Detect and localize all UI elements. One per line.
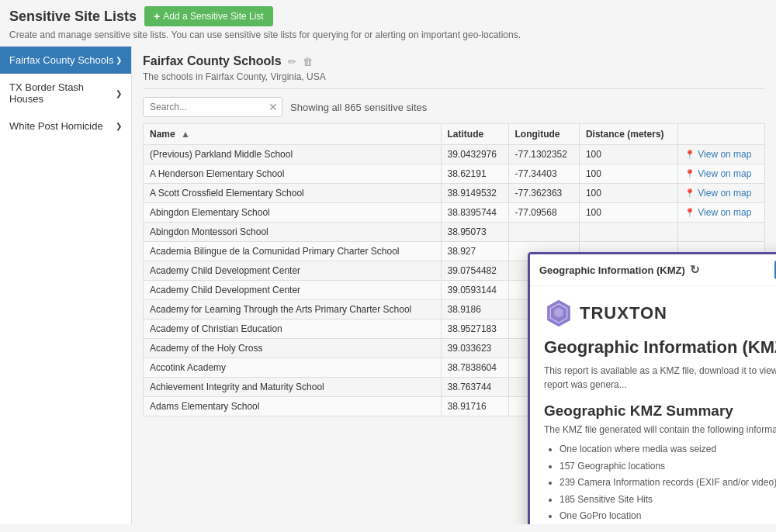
search-input[interactable] — [143, 97, 282, 117]
cell-name: Academy for Learning Through the Arts Pr… — [144, 300, 442, 320]
kmz-list-item: 185 Sensitive Site Hits — [559, 492, 776, 509]
sidebar: Fairfax County Schools ❯ TX Border Stash… — [0, 47, 132, 524]
view-on-map-link[interactable]: View on map — [684, 168, 758, 179]
cell-latitude: 38.91716 — [441, 397, 508, 416]
clear-search-icon[interactable]: ✕ — [268, 101, 278, 113]
cell-distance: 100 — [579, 164, 677, 184]
table-row: Abingdon Elementary School 38.8395744 -7… — [144, 203, 765, 223]
truxton-name-text: TRUXTON — [580, 303, 667, 323]
add-sensitive-site-button[interactable]: Add a Sensitive Site List — [144, 6, 273, 26]
cell-name: Abingdon Montessori School — [144, 223, 442, 242]
chevron-right-icon: ❯ — [116, 56, 122, 64]
cell-latitude: 38.763744 — [441, 378, 508, 397]
cell-name: Abingdon Elementary School — [144, 203, 442, 223]
kmz-summary-desc: The KMZ file generated will contain the … — [544, 424, 776, 435]
cell-action: View on map — [678, 203, 765, 223]
sidebar-item-fairfax[interactable]: Fairfax County Schools ❯ — [0, 47, 131, 74]
cell-latitude: 38.9149532 — [441, 184, 508, 203]
cell-latitude: 39.0432976 — [441, 145, 508, 164]
cell-name: Academy Child Development Center — [144, 261, 442, 281]
chevron-right-icon: ❯ — [116, 89, 122, 98]
cell-distance — [579, 223, 677, 242]
search-input-wrap: ✕ — [143, 97, 282, 117]
col-name[interactable]: Name ▲ — [144, 124, 442, 145]
kmz-list-item: One GoPro location — [559, 508, 776, 524]
view-on-map-link[interactable]: View on map — [684, 149, 758, 160]
table-row: Abingdon Montessori School 38.95073 — [144, 223, 765, 242]
col-longitude: Longitude — [508, 124, 579, 145]
cell-latitude: 38.7838604 — [441, 358, 508, 378]
cell-name: (Previous) Parkland Middle School — [144, 145, 442, 164]
cell-distance: 100 — [579, 184, 677, 203]
truxton-hex-icon — [544, 299, 573, 328]
sort-arrow-icon: ▲ — [181, 129, 190, 140]
cell-latitude: 38.9527183 — [441, 320, 508, 339]
page-title: Sensitive Site Lists — [9, 9, 137, 25]
refresh-icon[interactable]: ↻ — [690, 263, 700, 277]
cell-name: A Scott Crossfield Elementary School — [144, 184, 442, 203]
cell-name: Academy Child Development Center — [144, 281, 442, 300]
table-row: A Henderson Elementary School 38.62191 -… — [144, 164, 765, 184]
sidebar-item-border-label: TX Border Stash Houses — [9, 81, 116, 105]
cell-name: A Henderson Elementary School — [144, 164, 442, 184]
sidebar-item-fairfax-label: Fairfax County Schools — [9, 54, 113, 66]
cell-longitude: -77.1302352 — [508, 145, 579, 164]
cell-name: Academia Bilingue de la Comunidad Primar… — [144, 242, 442, 261]
edit-icon[interactable]: ✏ — [288, 56, 296, 67]
search-bar: ✕ Showing all 865 sensitive sites — [143, 97, 765, 117]
kmz-intro: This report is available as a KMZ file, … — [544, 364, 776, 392]
col-distance: Distance (meters) — [579, 124, 677, 145]
kmz-summary-list: One location where media was seized157 G… — [544, 441, 776, 524]
cell-distance: 100 — [579, 203, 677, 223]
kmz-summary-title: Geographic KMZ Summary — [544, 402, 776, 420]
page-header: Sensitive Site Lists Add a Sensitive Sit… — [0, 0, 776, 29]
cell-action: View on map — [678, 145, 765, 164]
kmz-list-item: One location where media was seized — [559, 441, 776, 458]
search-count: Showing all 865 sensitive sites — [290, 102, 427, 113]
col-action — [678, 124, 765, 145]
sidebar-item-white[interactable]: White Post Homicide ❯ — [0, 112, 131, 140]
kmz-main-title: Geographic Information (KMZ) — [544, 337, 776, 358]
kmz-panel: Geographic Information (KMZ) ↻ Download … — [528, 252, 776, 524]
cell-latitude: 39.0754482 — [441, 261, 508, 281]
cell-name: Accotink Academy — [144, 358, 442, 378]
cell-distance: 100 — [579, 145, 677, 164]
cell-longitude: -77.09568 — [508, 203, 579, 223]
kmz-list-item: 239 Camera Information records (EXIF and… — [559, 475, 776, 492]
cell-action — [678, 223, 765, 242]
content-description: The schools in Fairfax County, Virginia,… — [143, 71, 765, 89]
cell-name: Academy of the Holy Cross — [144, 339, 442, 358]
cell-latitude: 39.033623 — [441, 339, 508, 358]
view-on-map-link[interactable]: View on map — [684, 188, 758, 199]
sidebar-item-border[interactable]: TX Border Stash Houses ❯ — [0, 74, 131, 112]
page-subtitle: Create and manage sensitive site lists. … — [0, 29, 776, 47]
kmz-body: TRUXTON Geographic Information (KMZ) Thi… — [530, 286, 776, 524]
cell-latitude: 38.95073 — [441, 223, 508, 242]
cell-name: Adams Elementary School — [144, 397, 442, 416]
kmz-list-item: 157 Geographic locations — [559, 458, 776, 475]
delete-icon[interactable]: 🗑 — [303, 56, 313, 67]
main-layout: Fairfax County Schools ❯ TX Border Stash… — [0, 47, 776, 524]
kmz-title-text: Geographic Information (KMZ) — [539, 264, 685, 276]
kmz-header: Geographic Information (KMZ) ↻ Download … — [530, 254, 776, 286]
cell-longitude: -77.362363 — [508, 184, 579, 203]
view-on-map-link[interactable]: View on map — [684, 207, 758, 218]
table-row: (Previous) Parkland Middle School 39.043… — [144, 145, 765, 164]
content-area: Fairfax County Schools ✏ 🗑 The schools i… — [132, 47, 776, 524]
cell-latitude: 38.8395744 — [441, 203, 508, 223]
cell-action: View on map — [678, 184, 765, 203]
cell-action: View on map — [678, 164, 765, 184]
content-header: Fairfax County Schools ✏ 🗑 — [143, 54, 765, 68]
content-title: Fairfax County Schools — [143, 54, 282, 68]
col-latitude: Latitude — [441, 124, 508, 145]
sidebar-item-white-label: White Post Homicide — [9, 120, 103, 132]
cell-longitude — [508, 223, 579, 242]
cell-longitude: -77.34403 — [508, 164, 579, 184]
cell-name: Academy of Christian Education — [144, 320, 442, 339]
chevron-right-icon: ❯ — [116, 122, 122, 130]
table-row: A Scott Crossfield Elementary School 38.… — [144, 184, 765, 203]
cell-name: Achievement Integrity and Maturity Schoo… — [144, 378, 442, 397]
cell-latitude: 38.9186 — [441, 300, 508, 320]
cell-latitude: 39.0593144 — [441, 281, 508, 300]
cell-latitude: 38.62191 — [441, 164, 508, 184]
